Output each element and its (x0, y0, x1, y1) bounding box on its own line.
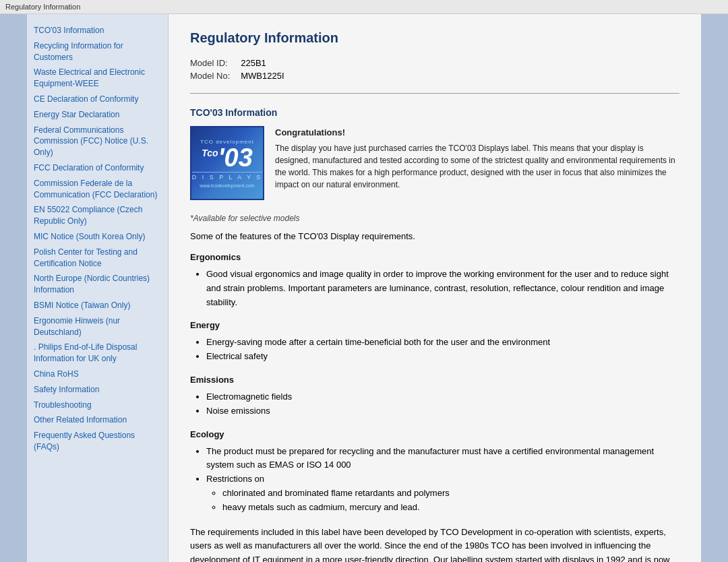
title-bar: Regulatory Information (0, 0, 728, 14)
ecology-sub-list: chlorinated and brominated flame retarda… (206, 487, 679, 515)
emissions-title: Emissions (190, 375, 679, 385)
list-item: Electromagnetic fields (206, 390, 679, 404)
italic-note: *Available for selective models (190, 214, 679, 223)
tco-logo: TCO development Tco '03 D I S P L A Y S … (190, 126, 264, 200)
sidebar-link-en55022[interactable]: EN 55022 Compliance (Czech Republic Only… (34, 204, 161, 227)
model-divider (190, 93, 679, 94)
list-item: Noise emissions (206, 404, 679, 418)
list-item: chlorinated and brominated flame retarda… (222, 487, 679, 501)
page-title: Regulatory Information (190, 30, 679, 46)
ergonomics-list: Good visual ergonomics and image quality… (190, 268, 679, 309)
ergonomics-title: Ergonomics (190, 252, 679, 262)
sidebar-link-recycling[interactable]: Recycling Information for Customers (34, 40, 161, 63)
model-no-value: MWB1225I (241, 69, 295, 82)
left-panel (0, 14, 27, 562)
ecology-title: Ecology (190, 429, 679, 439)
sidebar-link-faqs[interactable]: Frequently Asked Questions (FAQs) (34, 430, 161, 453)
sidebar-link-nordic[interactable]: North Europe (Nordic Countries) Informat… (34, 273, 161, 296)
model-no-label: Model No: (190, 69, 241, 82)
congrats-title: Congratulations! (275, 126, 679, 139)
tco-box: TCO development Tco '03 D I S P L A Y S … (190, 126, 679, 200)
model-id-value: 225B1 (241, 57, 295, 69)
list-item: Energy-saving mode after a certain time-… (206, 336, 679, 350)
sidebar-link-china-rohs[interactable]: China RoHS (34, 369, 161, 380)
sidebar-link-philips[interactable]: . Philips End-of-Life Disposal Informati… (34, 342, 161, 365)
right-panel (701, 14, 728, 562)
sidebar-link-energy-star[interactable]: Energy Star Declaration (34, 109, 161, 121)
sidebar-link-troubleshooting[interactable]: Troubleshooting (34, 400, 161, 411)
sidebar-link-commission-federale[interactable]: Commission Federale de la Communication … (34, 178, 161, 201)
content-area: Regulatory Information Model ID: 225B1 M… (169, 14, 701, 562)
sidebar-link-fcc[interactable]: Federal Communications Commission (FCC) … (34, 125, 161, 158)
sidebar-link-ce[interactable]: CE Declaration of Conformity (34, 94, 161, 105)
list-item: Restrictions onchlorinated and brominate… (206, 472, 679, 514)
body-text: The requirements included in this label … (190, 526, 679, 562)
sidebar-link-tco03[interactable]: TCO'03 Information (34, 25, 161, 36)
tco-section-title: TCO'03 Information (190, 107, 679, 118)
emissions-list: Electromagnetic fieldsNoise emissions (190, 390, 679, 418)
congrats-text: The display you have just purchased carr… (275, 142, 679, 191)
sidebar-link-mic[interactable]: MIC Notice (South Korea Only) (34, 231, 161, 243)
sidebar-link-polish[interactable]: Polish Center for Testing and Certificat… (34, 247, 161, 270)
features-text: Some of the features of the TCO'03 Displ… (190, 231, 679, 241)
sidebar-link-bsmi[interactable]: BSMI Notice (Taiwan Only) (34, 300, 161, 311)
tco-number: 03 (224, 144, 253, 172)
tco-displays: D I S P L A Y S (192, 172, 263, 181)
sidebar-link-fcc-conformity[interactable]: FCC Declaration of Conformity (34, 162, 161, 174)
sidebar-link-ergonomie[interactable]: Ergonomie Hinweis (nur Deutschland) (34, 315, 161, 338)
energy-list: Energy-saving mode after a certain time-… (190, 336, 679, 364)
sidebar: TCO'03 InformationRecycling Information … (27, 14, 169, 562)
model-info: Model ID: 225B1 Model No: MWB1225I (190, 57, 679, 82)
title-bar-text: Regulatory Information (5, 3, 80, 11)
tco-description: Congratulations! The display you have ju… (275, 126, 679, 200)
ergonomics-bullet: Good visual ergonomics and image quality… (206, 268, 679, 309)
energy-title: Energy (190, 320, 679, 330)
model-id-label: Model ID: (190, 57, 241, 69)
ecology-list: The product must be prepared for recycli… (190, 445, 679, 515)
tco-url: www.tcodevelopment.com (192, 183, 263, 188)
sidebar-link-safety[interactable]: Safety Information (34, 384, 161, 396)
sidebar-link-weee[interactable]: Waste Electrical and Electronic Equipmen… (34, 67, 161, 90)
list-item: The product must be prepared for recycli… (206, 445, 679, 473)
list-item: Electrical safety (206, 350, 679, 364)
sidebar-link-other[interactable]: Other Related Information (34, 414, 161, 426)
list-item: heavy metals such as cadmium, mercury an… (222, 501, 679, 515)
